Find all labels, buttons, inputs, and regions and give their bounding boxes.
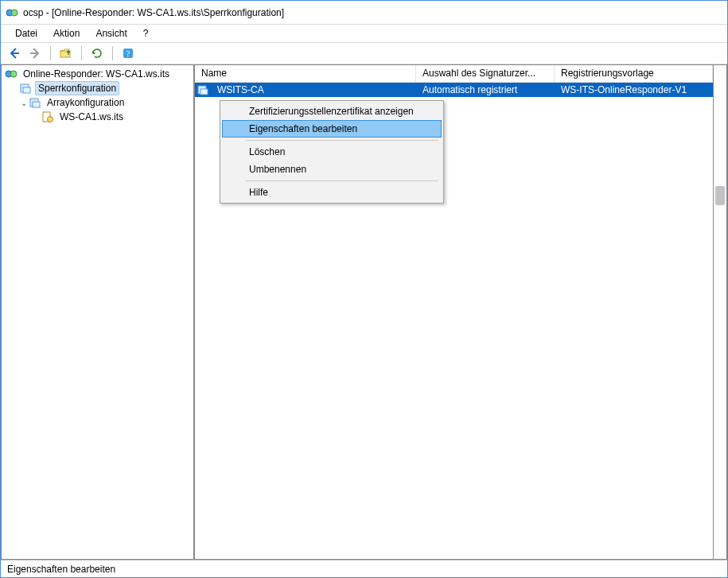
- list-header: Name Auswahl des Signaturzer... Registri…: [195, 65, 713, 83]
- cm-separator: [246, 140, 438, 141]
- svg-point-1: [11, 10, 18, 16]
- cell-name: WSITS-CA: [211, 83, 416, 96]
- tree-root[interactable]: Online-Responder: WS-CA1.ws.its: [2, 67, 193, 81]
- right-scrollbar[interactable]: [714, 64, 727, 560]
- config-icon: [19, 82, 32, 95]
- tree-node-arraykonfiguration[interactable]: ⌄ Arraykonfiguration: [2, 95, 193, 110]
- help-button[interactable]: ?: [119, 45, 137, 62]
- tree-node-sperrkonfiguration[interactable]: Sperrkonfiguration: [2, 81, 193, 95]
- cell-enrollment: WS-ITS-OnlineResponder-V1: [555, 83, 713, 96]
- status-text: Eigenschaften bearbeiten: [7, 564, 115, 575]
- svg-text:?: ?: [127, 48, 130, 58]
- content-area: Online-Responder: WS-CA1.ws.its Sperrkon…: [1, 64, 727, 560]
- menu-help[interactable]: ?: [135, 26, 157, 41]
- cm-separator: [246, 180, 438, 181]
- status-bar: Eigenschaften bearbeiten: [1, 560, 727, 577]
- expand-toggle-icon[interactable]: ⌄: [19, 99, 29, 107]
- forward-button[interactable]: [26, 45, 44, 62]
- toolbar-separator: [81, 46, 82, 60]
- toolbar: ?: [1, 42, 727, 64]
- cm-view-ca-cert[interactable]: Zertifizierungsstellenzertifikat anzeige…: [222, 103, 442, 120]
- cm-edit-properties[interactable]: Eigenschaften bearbeiten: [222, 120, 442, 138]
- list-row[interactable]: WSITS-CA Automatisch registriert WS-ITS-…: [195, 83, 713, 97]
- svg-point-6: [10, 71, 17, 77]
- folder-up-button[interactable]: [57, 45, 75, 62]
- column-enrollment[interactable]: Registrierungsvorlage: [555, 65, 713, 82]
- svg-rect-8: [23, 87, 30, 93]
- array-icon: [29, 96, 41, 109]
- app-icon: [6, 6, 18, 19]
- cm-help[interactable]: Hilfe: [222, 184, 442, 201]
- tree-node-label: Sperrkonfiguration: [35, 81, 119, 95]
- toolbar-separator: [50, 46, 51, 60]
- menu-bar: Datei Aktion Ansicht ?: [1, 25, 727, 42]
- menu-aktion[interactable]: Aktion: [45, 26, 88, 41]
- cm-delete[interactable]: Löschen: [222, 143, 442, 161]
- svg-rect-10: [33, 102, 40, 107]
- window-title: ocsp - [Online-Responder: WS-CA1.ws.its\…: [23, 7, 284, 18]
- cell-signer: Automatisch registriert: [416, 83, 555, 96]
- tree-node-label: Arraykonfiguration: [45, 96, 127, 109]
- title-bar: ocsp - [Online-Responder: WS-CA1.ws.its\…: [1, 1, 727, 25]
- tree-node-label: WS-CA1.ws.its: [57, 111, 126, 123]
- responder-icon: [5, 68, 18, 80]
- svg-point-12: [48, 117, 53, 122]
- tree-node-ws-ca1[interactable]: WS-CA1.ws.its: [2, 110, 193, 124]
- scroll-thumb[interactable]: [715, 186, 725, 205]
- column-name[interactable]: Name: [195, 65, 416, 82]
- svg-rect-14: [200, 89, 208, 95]
- cm-rename[interactable]: Umbenennen: [222, 161, 442, 178]
- toolbar-separator: [112, 46, 113, 60]
- column-signer[interactable]: Auswahl des Signaturzer...: [416, 65, 555, 82]
- refresh-button[interactable]: [88, 45, 106, 62]
- list-pane: Name Auswahl des Signaturzer... Registri…: [194, 64, 714, 560]
- server-cert-icon: [41, 111, 54, 123]
- tree-pane[interactable]: Online-Responder: WS-CA1.ws.its Sperrkon…: [1, 64, 194, 560]
- menu-datei[interactable]: Datei: [7, 26, 45, 41]
- context-menu: Zertifizierungsstellenzertifikat anzeige…: [220, 100, 444, 204]
- config-item-icon: [197, 83, 209, 96]
- list-body[interactable]: WSITS-CA Automatisch registriert WS-ITS-…: [195, 83, 713, 559]
- menu-ansicht[interactable]: Ansicht: [88, 26, 134, 41]
- tree-root-label: Online-Responder: WS-CA1.ws.its: [21, 68, 172, 80]
- back-button[interactable]: [6, 45, 23, 62]
